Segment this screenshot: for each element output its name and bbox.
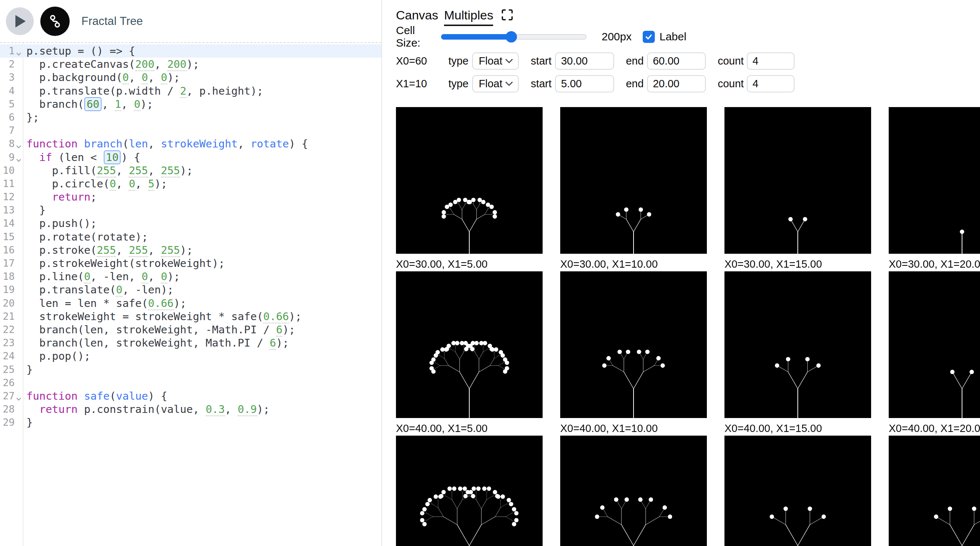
number-literal[interactable]: 255	[97, 244, 116, 257]
code-token: p.fill(	[26, 164, 97, 177]
number-literal[interactable]: 0	[110, 177, 116, 191]
number-literal[interactable]: 2	[180, 85, 186, 98]
fold-chevron-icon[interactable]	[15, 154, 22, 161]
start-input[interactable]	[555, 53, 614, 70]
slider-thumb[interactable]	[506, 31, 517, 43]
code-line: 26	[0, 376, 381, 389]
number-literal[interactable]: 0	[84, 270, 90, 283]
label-checkbox[interactable]	[643, 31, 655, 43]
number-literal[interactable]: 0.66	[263, 310, 289, 323]
line-number: 18	[0, 270, 15, 283]
grid-cell: X0=40.00, X1=10.00	[560, 271, 707, 436]
code-text: p.fill(255, 255, 255);	[15, 164, 193, 177]
number-literal[interactable]: 255	[161, 164, 180, 177]
code-token: if	[39, 151, 52, 164]
code-token: strokeWeight	[161, 137, 238, 150]
line-number: 14	[0, 217, 15, 230]
code-token: len	[129, 137, 148, 150]
cell-label: X0=30.00, X1=5.00	[396, 254, 542, 271]
tree-canvas	[724, 271, 871, 418]
code-line: 10 p.fill(255, 255, 255);	[0, 164, 381, 177]
number-literal[interactable]: 200	[135, 58, 154, 71]
line-number: 21	[0, 310, 15, 323]
param-name: X1=10	[396, 78, 449, 90]
number-literal[interactable]: 0.66	[148, 297, 174, 310]
code-token: };	[26, 111, 39, 124]
code-line: 21 strokeWeight = strokeWeight * safe(0.…	[0, 310, 381, 323]
number-literal[interactable]: 1	[115, 98, 121, 111]
line-number: 25	[0, 363, 15, 376]
bound-number-literal[interactable]: 10	[104, 150, 121, 164]
code-token: ,	[116, 164, 129, 177]
tab-canvas[interactable]: Canvas	[396, 8, 438, 25]
cell-label: X0=40.00, X1=10.00	[560, 418, 707, 436]
grid-cell: X0=40.00, X1=20.00	[889, 271, 980, 436]
end-input[interactable]	[647, 53, 706, 70]
number-literal[interactable]: 6	[276, 323, 282, 337]
code-token	[26, 403, 39, 415]
view-tabs: Canvas Multiples	[396, 8, 980, 25]
param-row-x1: X1=10 type Float start end count	[396, 75, 980, 92]
number-literal[interactable]: 0	[161, 270, 167, 283]
number-literal[interactable]: 0.9	[237, 403, 257, 416]
number-literal[interactable]: 255	[129, 244, 148, 257]
code-line: 16 p.stroke(255, 255, 255);	[0, 244, 381, 257]
code-text: if (len < 10) {	[15, 151, 140, 164]
tree-canvas	[396, 107, 542, 254]
code-text: }	[15, 363, 33, 376]
code-token: ,	[102, 98, 115, 110]
number-literal[interactable]: 0.3	[206, 403, 225, 416]
code-token: branch(len, strokeWeight, Math.PI /	[26, 337, 269, 349]
number-literal[interactable]: 255	[161, 244, 180, 257]
code-token: ,	[154, 58, 167, 70]
code-token: );	[276, 337, 289, 349]
label-checkbox-text: Label	[660, 30, 686, 43]
code-token: }	[26, 363, 33, 376]
fold-chevron-icon[interactable]	[15, 393, 22, 400]
number-literal[interactable]: 6	[269, 337, 276, 350]
number-literal[interactable]: 0	[142, 71, 148, 84]
type-label: type	[449, 55, 469, 67]
tab-multiples[interactable]: Multiples	[444, 8, 493, 26]
code-text	[15, 376, 26, 389]
number-literal[interactable]: 0	[134, 98, 140, 111]
end-input[interactable]	[647, 75, 706, 92]
fullscreen-button[interactable]	[501, 9, 513, 22]
grid-cell: X0=30.00, X1=5.00	[396, 107, 542, 271]
start-input[interactable]	[555, 75, 614, 92]
code-text: }	[15, 204, 46, 217]
grid-cell: X0=30.00, X1=20.00	[889, 107, 980, 271]
grid-cell: X0=40.00, X1=15.00	[724, 271, 871, 436]
number-literal[interactable]: 0	[129, 177, 135, 191]
number-literal[interactable]: 0	[116, 283, 122, 297]
code-line: 8function branch(len, strokeWeight, rota…	[0, 137, 381, 150]
number-literal[interactable]: 0	[161, 71, 167, 84]
code-text: p.setup = () => {	[15, 45, 135, 57]
code-token: }	[26, 416, 33, 429]
number-literal[interactable]: 5	[148, 177, 154, 191]
line-number: 19	[0, 283, 15, 296]
number-literal[interactable]: 0	[142, 270, 148, 283]
line-number: 26	[0, 376, 15, 389]
number-literal[interactable]: 0	[123, 71, 129, 84]
line-number: 6	[0, 111, 15, 124]
code-token: ,	[148, 164, 161, 177]
number-literal[interactable]: 255	[97, 164, 116, 177]
code-text: return;	[15, 190, 97, 204]
bound-number-literal[interactable]: 60	[84, 97, 102, 111]
code-editor[interactable]: 1p.setup = () => {2 p.createCanvas(200, …	[0, 42, 381, 546]
sketch-logo[interactable]	[40, 6, 70, 36]
fold-chevron-icon[interactable]	[15, 140, 22, 148]
code-token: );	[154, 177, 167, 190]
number-literal[interactable]: 200	[167, 58, 186, 71]
fold-chevron-icon[interactable]	[15, 48, 22, 55]
count-input[interactable]	[747, 75, 794, 92]
code-text: p.background(0, 0, 0);	[15, 71, 180, 84]
play-button[interactable]	[6, 7, 34, 35]
type-select[interactable]: Float	[472, 53, 519, 70]
number-literal[interactable]: 255	[129, 164, 148, 177]
count-input[interactable]	[747, 53, 794, 70]
cell-size-slider[interactable]	[441, 31, 587, 43]
code-token: );	[180, 164, 193, 177]
type-select[interactable]: Float	[472, 75, 519, 92]
